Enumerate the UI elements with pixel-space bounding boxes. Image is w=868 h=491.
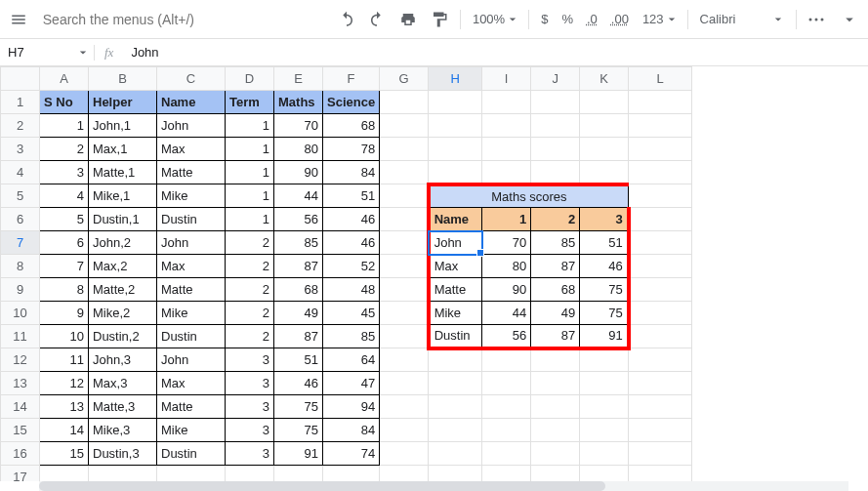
cell-D14[interactable]: 3 (226, 395, 274, 419)
cell-H5[interactable]: Maths scores (429, 184, 629, 208)
cell-F10[interactable]: 45 (323, 302, 380, 325)
cell-E14[interactable]: 75 (274, 395, 323, 419)
cell-E2[interactable]: 70 (274, 114, 323, 138)
cell-I6[interactable]: 1 (482, 208, 531, 231)
cell-A16[interactable]: 15 (40, 442, 89, 466)
col-header-I[interactable]: I (482, 67, 531, 91)
cell-K13[interactable] (580, 372, 629, 395)
cell-G9[interactable] (380, 278, 429, 302)
cell-A14[interactable]: 13 (40, 395, 89, 419)
cell-K17[interactable] (580, 466, 629, 482)
cell-A17[interactable] (40, 466, 89, 482)
cell-G16[interactable] (380, 442, 429, 466)
more-formats-dropdown[interactable]: 123 (637, 5, 682, 34)
cell-K2[interactable] (580, 114, 629, 138)
row-header-12[interactable]: 12 (1, 348, 40, 372)
percent-button[interactable]: % (556, 5, 579, 34)
cell-B1[interactable]: Helper (89, 91, 157, 114)
cell-L11[interactable] (629, 325, 692, 348)
collapse-button[interactable] (835, 5, 864, 34)
more-button[interactable] (803, 5, 832, 34)
cell-H8[interactable]: Max (429, 255, 482, 278)
cell-B14[interactable]: Matte,3 (89, 395, 157, 419)
cell-K1[interactable] (580, 91, 629, 114)
cell-F11[interactable]: 85 (323, 325, 380, 348)
row-header-8[interactable]: 8 (1, 255, 40, 278)
cell-H3[interactable] (429, 138, 482, 161)
cell-A3[interactable]: 2 (40, 138, 89, 161)
cell-H15[interactable] (429, 419, 482, 442)
cell-E6[interactable]: 56 (274, 208, 323, 231)
cell-H4[interactable] (429, 161, 482, 184)
cell-I16[interactable] (482, 442, 531, 466)
cell-D9[interactable]: 2 (226, 278, 274, 302)
cell-D6[interactable]: 1 (226, 208, 274, 231)
cell-H11[interactable]: Dustin (429, 325, 482, 348)
cell-C10[interactable]: Mike (157, 302, 226, 325)
row-header-15[interactable]: 15 (1, 419, 40, 442)
formula-bar[interactable]: John (123, 45, 868, 60)
cell-C14[interactable]: Matte (157, 395, 226, 419)
cell-E4[interactable]: 90 (274, 161, 323, 184)
undo-button[interactable] (332, 5, 361, 34)
search-menus-input[interactable] (35, 6, 230, 33)
row-header-4[interactable]: 4 (1, 161, 40, 184)
cell-C4[interactable]: Matte (157, 161, 226, 184)
row-header-9[interactable]: 9 (1, 278, 40, 302)
cell-H1[interactable] (429, 91, 482, 114)
cell-G7[interactable] (380, 231, 429, 255)
cell-C11[interactable]: Dustin (157, 325, 226, 348)
cell-A13[interactable]: 12 (40, 372, 89, 395)
cell-I15[interactable] (482, 419, 531, 442)
cell-E5[interactable]: 44 (274, 184, 323, 208)
cell-K10[interactable]: 75 (580, 302, 629, 325)
cell-A1[interactable]: S No (40, 91, 89, 114)
cell-K7[interactable]: 51 (580, 231, 629, 255)
cell-C13[interactable]: Max (157, 372, 226, 395)
print-button[interactable] (393, 5, 423, 34)
col-header-J[interactable]: J (531, 67, 580, 91)
cell-D1[interactable]: Term (226, 91, 274, 114)
cell-B8[interactable]: Max,2 (89, 255, 157, 278)
row-header-3[interactable]: 3 (1, 138, 40, 161)
cell-E16[interactable]: 91 (274, 442, 323, 466)
cell-E9[interactable]: 68 (274, 278, 323, 302)
cell-H14[interactable] (429, 395, 482, 419)
cell-B13[interactable]: Max,3 (89, 372, 157, 395)
cell-J9[interactable]: 68 (531, 278, 580, 302)
cell-F4[interactable]: 84 (323, 161, 380, 184)
cell-F6[interactable]: 46 (323, 208, 380, 231)
horizontal-scrollbar[interactable] (39, 481, 848, 491)
cell-D4[interactable]: 1 (226, 161, 274, 184)
cell-A9[interactable]: 8 (40, 278, 89, 302)
cell-C2[interactable]: John (157, 114, 226, 138)
row-header-2[interactable]: 2 (1, 114, 40, 138)
cell-B6[interactable]: Dustin,1 (89, 208, 157, 231)
row-header-6[interactable]: 6 (1, 208, 40, 231)
cell-D2[interactable]: 1 (226, 114, 274, 138)
currency-button[interactable]: $ (535, 5, 554, 34)
cell-C17[interactable] (157, 466, 226, 482)
row-header-16[interactable]: 16 (1, 442, 40, 466)
cell-I11[interactable]: 56 (482, 325, 531, 348)
cell-A7[interactable]: 6 (40, 231, 89, 255)
cell-E10[interactable]: 49 (274, 302, 323, 325)
cell-E17[interactable] (274, 466, 323, 482)
cell-F9[interactable]: 48 (323, 278, 380, 302)
cell-K15[interactable] (580, 419, 629, 442)
cell-H16[interactable] (429, 442, 482, 466)
cell-I4[interactable] (482, 161, 531, 184)
cell-G4[interactable] (380, 161, 429, 184)
cell-G10[interactable] (380, 302, 429, 325)
col-header-E[interactable]: E (274, 67, 323, 91)
cell-D15[interactable]: 3 (226, 419, 274, 442)
cell-B3[interactable]: Max,1 (89, 138, 157, 161)
cell-C6[interactable]: Dustin (157, 208, 226, 231)
cell-D16[interactable]: 3 (226, 442, 274, 466)
cell-K16[interactable] (580, 442, 629, 466)
cell-D8[interactable]: 2 (226, 255, 274, 278)
cell-B5[interactable]: Mike,1 (89, 184, 157, 208)
cell-I7[interactable]: 70 (482, 231, 531, 255)
cell-C15[interactable]: Mike (157, 419, 226, 442)
decrease-decimal-button[interactable]: .0 (581, 5, 603, 34)
